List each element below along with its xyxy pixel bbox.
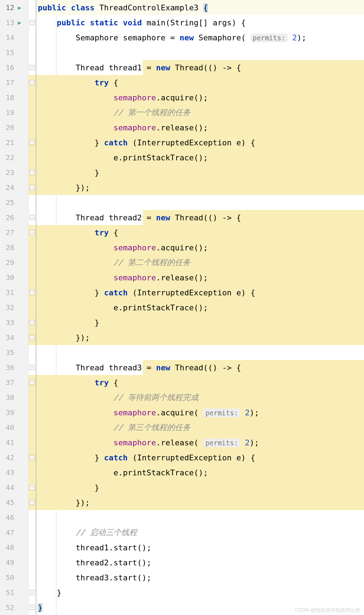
code-line[interactable]: Thread thread1 = new Thread(() -> {: [36, 60, 364, 75]
gutter-row[interactable]: 37: [0, 375, 28, 390]
fold-close-icon[interactable]: −: [30, 335, 35, 340]
code-line[interactable]: Semaphore semaphore = new Semaphore( per…: [36, 30, 364, 45]
code-line[interactable]: }: [36, 585, 364, 600]
gutter-row[interactable]: 23: [0, 165, 28, 180]
gutter-row[interactable]: 51: [0, 585, 28, 600]
fold-close-icon[interactable]: −: [30, 485, 35, 490]
code-line[interactable]: // 第三个线程的任务: [36, 420, 364, 435]
code-line[interactable]: Thread thread2 = new Thread(() -> {: [36, 210, 364, 225]
gutter-row[interactable]: 49: [0, 555, 28, 570]
gutter-row[interactable]: 22: [0, 150, 28, 165]
code-line[interactable]: thread3.start();: [36, 570, 364, 585]
gutter-row[interactable]: 15: [0, 45, 28, 60]
gutter-row[interactable]: 16: [0, 60, 28, 75]
gutter-row[interactable]: 33: [0, 315, 28, 330]
gutter-row[interactable]: 43: [0, 465, 28, 480]
code-editor[interactable]: 12▶13▶1415161718192021222324252627282930…: [0, 0, 364, 615]
fold-close-icon[interactable]: −: [30, 320, 35, 325]
code-line[interactable]: });: [36, 180, 364, 195]
gutter-row[interactable]: 30: [0, 270, 28, 285]
gutter-row[interactable]: 38: [0, 390, 28, 405]
gutter-row[interactable]: 47: [0, 525, 28, 540]
fold-close-icon[interactable]: −: [30, 605, 35, 610]
code-area[interactable]: public class ThreadControlExample3 { pub…: [36, 0, 364, 615]
fold-close-icon[interactable]: −: [30, 500, 35, 505]
code-line[interactable]: try {: [36, 75, 364, 90]
gutter-row[interactable]: 31: [0, 285, 28, 300]
gutter-row[interactable]: 35: [0, 345, 28, 360]
fold-open-icon[interactable]: −: [30, 20, 35, 25]
code-line[interactable]: semaphore.acquire();: [36, 90, 364, 105]
fold-close-icon[interactable]: −: [30, 170, 35, 175]
fold-open-icon[interactable]: −: [30, 380, 35, 385]
code-line[interactable]: semaphore.acquire();: [36, 240, 364, 255]
gutter-row[interactable]: 14: [0, 30, 28, 45]
gutter-row[interactable]: 21: [0, 135, 28, 150]
code-line[interactable]: Thread thread3 = new Thread(() -> {: [36, 360, 364, 375]
gutter-row[interactable]: 27: [0, 225, 28, 240]
code-line[interactable]: [36, 345, 364, 360]
gutter-row[interactable]: 36: [0, 360, 28, 375]
gutter-row[interactable]: 24: [0, 180, 28, 195]
code-line[interactable]: }: [36, 315, 364, 330]
code-line[interactable]: // 第二个线程的任务: [36, 255, 364, 270]
gutter-row[interactable]: 12▶: [0, 0, 28, 15]
code-line[interactable]: [36, 45, 364, 60]
code-line[interactable]: });: [36, 495, 364, 510]
code-line[interactable]: e.printStackTrace();: [36, 300, 364, 315]
gutter-row[interactable]: 39: [0, 405, 28, 420]
fold-open-icon[interactable]: −: [30, 80, 35, 85]
code-line[interactable]: // 第一个线程的任务: [36, 105, 364, 120]
fold-open-icon[interactable]: −: [30, 365, 35, 370]
code-line[interactable]: });: [36, 330, 364, 345]
fold-open-icon[interactable]: −: [30, 65, 35, 70]
code-line[interactable]: try {: [36, 225, 364, 240]
code-line[interactable]: // 等待前两个线程完成: [36, 390, 364, 405]
gutter-row[interactable]: 19: [0, 105, 28, 120]
gutter-row[interactable]: 50: [0, 570, 28, 585]
code-line[interactable]: semaphore.release();: [36, 270, 364, 285]
code-line[interactable]: e.printStackTrace();: [36, 465, 364, 480]
gutter-row[interactable]: 44: [0, 480, 28, 495]
gutter-row[interactable]: 25: [0, 195, 28, 210]
gutter-row[interactable]: 29: [0, 255, 28, 270]
code-line[interactable]: } catch (InterruptedException e) {: [36, 450, 364, 465]
gutter-row[interactable]: 40: [0, 420, 28, 435]
code-line[interactable]: }: [36, 480, 364, 495]
code-line[interactable]: e.printStackTrace();: [36, 150, 364, 165]
code-line[interactable]: // 启动三个线程: [36, 525, 364, 540]
fold-open-icon[interactable]: −: [30, 230, 35, 235]
gutter-row[interactable]: 26: [0, 210, 28, 225]
gutter-row[interactable]: 42: [0, 450, 28, 465]
code-line[interactable]: semaphore.acquire( permits: 2);: [36, 405, 364, 420]
fold-close-icon[interactable]: −: [30, 140, 35, 145]
code-line[interactable]: [36, 195, 364, 210]
code-line[interactable]: [36, 510, 364, 525]
code-line[interactable]: thread2.start();: [36, 555, 364, 570]
code-line[interactable]: } catch (InterruptedException e) {: [36, 285, 364, 300]
gutter-row[interactable]: 52: [0, 600, 28, 615]
fold-open-icon[interactable]: −: [30, 215, 35, 220]
fold-close-icon[interactable]: −: [30, 590, 35, 595]
code-line[interactable]: thread1.start();: [36, 540, 364, 555]
fold-close-icon[interactable]: −: [30, 455, 35, 460]
gutter-row[interactable]: 34: [0, 330, 28, 345]
code-line[interactable]: public class ThreadControlExample3 {: [36, 0, 364, 15]
gutter-row[interactable]: 20: [0, 120, 28, 135]
code-line[interactable]: semaphore.release( permits: 2);: [36, 435, 364, 450]
code-line[interactable]: semaphore.release();: [36, 120, 364, 135]
code-line[interactable]: } catch (InterruptedException e) {: [36, 135, 364, 150]
gutter-row[interactable]: 46: [0, 510, 28, 525]
fold-close-icon[interactable]: −: [30, 290, 35, 295]
code-line[interactable]: public static void main(String[] args) {: [36, 15, 364, 30]
fold-close-icon[interactable]: −: [30, 185, 35, 190]
gutter-row[interactable]: 17: [0, 75, 28, 90]
gutter-row[interactable]: 45: [0, 495, 28, 510]
run-icon[interactable]: ▶: [18, 4, 21, 11]
gutter-row[interactable]: 18: [0, 90, 28, 105]
gutter-row[interactable]: 41: [0, 435, 28, 450]
run-icon[interactable]: ▶: [18, 19, 21, 26]
code-line[interactable]: }: [36, 165, 364, 180]
gutter-row[interactable]: 28: [0, 240, 28, 255]
gutter-row[interactable]: 13▶: [0, 15, 28, 30]
